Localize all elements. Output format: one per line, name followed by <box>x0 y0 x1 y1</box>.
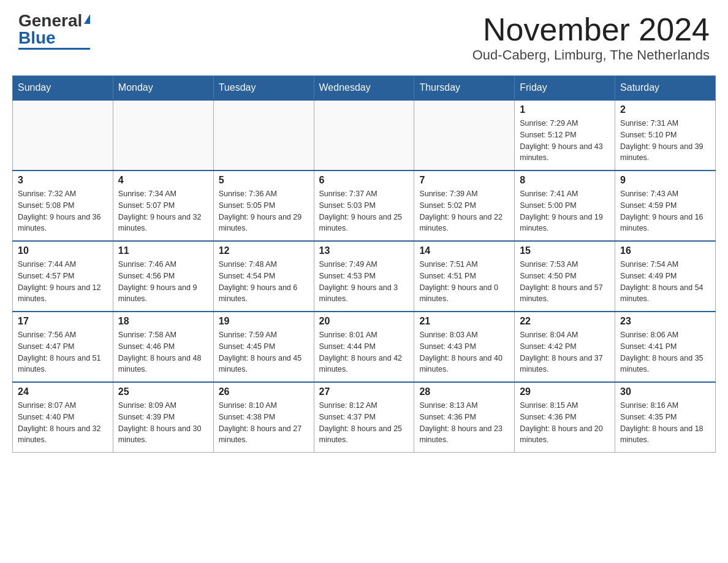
calendar-cell: 1Sunrise: 7:29 AMSunset: 5:12 PMDaylight… <box>515 100 615 170</box>
calendar-cell: 3Sunrise: 7:32 AMSunset: 5:08 PMDaylight… <box>13 170 113 241</box>
logo-general-text: General <box>18 12 82 29</box>
day-number: 20 <box>319 316 409 327</box>
calendar-cell <box>113 100 213 170</box>
day-info: Sunrise: 7:58 AMSunset: 4:46 PMDaylight:… <box>118 329 208 375</box>
logo-underline <box>18 48 90 50</box>
month-title: November 2024 <box>472 12 710 47</box>
calendar-cell: 26Sunrise: 8:10 AMSunset: 4:38 PMDayligh… <box>213 382 314 453</box>
day-info: Sunrise: 8:07 AMSunset: 4:40 PMDaylight:… <box>18 400 108 446</box>
calendar-cell: 18Sunrise: 7:58 AMSunset: 4:46 PMDayligh… <box>113 312 213 382</box>
day-number: 2 <box>620 104 710 115</box>
day-number: 21 <box>419 316 509 327</box>
day-info: Sunrise: 8:13 AMSunset: 4:36 PMDaylight:… <box>419 400 509 446</box>
day-info: Sunrise: 7:49 AMSunset: 4:53 PMDaylight:… <box>319 259 409 305</box>
day-info: Sunrise: 7:53 AMSunset: 4:50 PMDaylight:… <box>520 259 610 305</box>
day-number: 27 <box>319 386 409 397</box>
day-number: 9 <box>620 175 710 186</box>
weekday-header-saturday: Saturday <box>615 76 716 101</box>
day-info: Sunrise: 8:12 AMSunset: 4:37 PMDaylight:… <box>319 400 409 446</box>
logo-blue-text: Blue <box>18 29 56 47</box>
day-number: 1 <box>520 104 610 115</box>
calendar-cell: 19Sunrise: 7:59 AMSunset: 4:45 PMDayligh… <box>213 312 314 382</box>
calendar-table: SundayMondayTuesdayWednesdayThursdayFrid… <box>12 75 716 453</box>
weekday-header-wednesday: Wednesday <box>314 76 414 101</box>
day-number: 4 <box>118 175 208 186</box>
weekday-header-tuesday: Tuesday <box>213 76 314 101</box>
page-header: General Blue November 2024 Oud-Caberg, L… <box>0 0 728 69</box>
calendar-cell <box>13 100 113 170</box>
logo-triangle-icon <box>84 14 90 24</box>
day-info: Sunrise: 7:59 AMSunset: 4:45 PMDaylight:… <box>219 329 309 375</box>
weekday-header-sunday: Sunday <box>13 76 113 101</box>
day-number: 29 <box>520 386 610 397</box>
day-info: Sunrise: 7:51 AMSunset: 4:51 PMDaylight:… <box>419 259 509 305</box>
day-info: Sunrise: 7:31 AMSunset: 5:10 PMDaylight:… <box>620 118 710 164</box>
day-number: 10 <box>18 245 108 256</box>
day-number: 7 <box>419 175 509 186</box>
day-info: Sunrise: 7:29 AMSunset: 5:12 PMDaylight:… <box>520 118 610 164</box>
calendar-cell: 9Sunrise: 7:43 AMSunset: 4:59 PMDaylight… <box>615 170 716 241</box>
day-info: Sunrise: 8:01 AMSunset: 4:44 PMDaylight:… <box>319 329 409 375</box>
day-number: 28 <box>419 386 509 397</box>
calendar-cell: 30Sunrise: 8:16 AMSunset: 4:35 PMDayligh… <box>615 382 716 453</box>
day-info: Sunrise: 7:56 AMSunset: 4:47 PMDaylight:… <box>18 329 108 375</box>
day-info: Sunrise: 7:48 AMSunset: 4:54 PMDaylight:… <box>219 259 309 305</box>
day-number: 15 <box>520 245 610 256</box>
day-info: Sunrise: 7:34 AMSunset: 5:07 PMDaylight:… <box>118 188 208 234</box>
calendar-cell: 7Sunrise: 7:39 AMSunset: 5:02 PMDaylight… <box>414 170 515 241</box>
calendar-cell: 22Sunrise: 8:04 AMSunset: 4:42 PMDayligh… <box>515 312 615 382</box>
day-number: 5 <box>219 175 309 186</box>
day-info: Sunrise: 7:43 AMSunset: 4:59 PMDaylight:… <box>620 188 710 234</box>
day-number: 11 <box>118 245 208 256</box>
day-number: 8 <box>520 175 610 186</box>
calendar-cell: 16Sunrise: 7:54 AMSunset: 4:49 PMDayligh… <box>615 241 716 312</box>
calendar-cell: 23Sunrise: 8:06 AMSunset: 4:41 PMDayligh… <box>615 312 716 382</box>
logo: General Blue <box>18 12 90 50</box>
day-number: 30 <box>620 386 710 397</box>
calendar-cell: 2Sunrise: 7:31 AMSunset: 5:10 PMDaylight… <box>615 100 716 170</box>
calendar-cell: 27Sunrise: 8:12 AMSunset: 4:37 PMDayligh… <box>314 382 414 453</box>
day-number: 19 <box>219 316 309 327</box>
calendar-cell: 4Sunrise: 7:34 AMSunset: 5:07 PMDaylight… <box>113 170 213 241</box>
weekday-header-monday: Monday <box>113 76 213 101</box>
day-number: 23 <box>620 316 710 327</box>
day-number: 16 <box>620 245 710 256</box>
location-subtitle: Oud-Caberg, Limburg, The Netherlands <box>472 47 710 63</box>
calendar-cell: 6Sunrise: 7:37 AMSunset: 5:03 PMDaylight… <box>314 170 414 241</box>
calendar-header: SundayMondayTuesdayWednesdayThursdayFrid… <box>13 76 716 101</box>
calendar-cell: 14Sunrise: 7:51 AMSunset: 4:51 PMDayligh… <box>414 241 515 312</box>
day-info: Sunrise: 7:32 AMSunset: 5:08 PMDaylight:… <box>18 188 108 234</box>
calendar-cell: 20Sunrise: 8:01 AMSunset: 4:44 PMDayligh… <box>314 312 414 382</box>
calendar-cell: 24Sunrise: 8:07 AMSunset: 4:40 PMDayligh… <box>13 382 113 453</box>
calendar-cell: 28Sunrise: 8:13 AMSunset: 4:36 PMDayligh… <box>414 382 515 453</box>
day-info: Sunrise: 7:44 AMSunset: 4:57 PMDaylight:… <box>18 259 108 305</box>
day-number: 26 <box>219 386 309 397</box>
day-number: 3 <box>18 175 108 186</box>
day-info: Sunrise: 7:37 AMSunset: 5:03 PMDaylight:… <box>319 188 409 234</box>
calendar-cell <box>213 100 314 170</box>
day-info: Sunrise: 7:39 AMSunset: 5:02 PMDaylight:… <box>419 188 509 234</box>
day-number: 18 <box>118 316 208 327</box>
calendar-cell: 13Sunrise: 7:49 AMSunset: 4:53 PMDayligh… <box>314 241 414 312</box>
calendar-cell: 8Sunrise: 7:41 AMSunset: 5:00 PMDaylight… <box>515 170 615 241</box>
week-row-2: 3Sunrise: 7:32 AMSunset: 5:08 PMDaylight… <box>13 170 716 241</box>
calendar-body: 1Sunrise: 7:29 AMSunset: 5:12 PMDaylight… <box>13 100 716 453</box>
calendar-cell: 29Sunrise: 8:15 AMSunset: 4:36 PMDayligh… <box>515 382 615 453</box>
day-info: Sunrise: 8:04 AMSunset: 4:42 PMDaylight:… <box>520 329 610 375</box>
week-row-5: 24Sunrise: 8:07 AMSunset: 4:40 PMDayligh… <box>13 382 716 453</box>
day-info: Sunrise: 7:36 AMSunset: 5:05 PMDaylight:… <box>219 188 309 234</box>
day-number: 13 <box>319 245 409 256</box>
calendar-cell: 10Sunrise: 7:44 AMSunset: 4:57 PMDayligh… <box>13 241 113 312</box>
day-number: 12 <box>219 245 309 256</box>
week-row-4: 17Sunrise: 7:56 AMSunset: 4:47 PMDayligh… <box>13 312 716 382</box>
day-info: Sunrise: 8:16 AMSunset: 4:35 PMDaylight:… <box>620 400 710 446</box>
calendar-cell: 5Sunrise: 7:36 AMSunset: 5:05 PMDaylight… <box>213 170 314 241</box>
calendar-cell <box>314 100 414 170</box>
calendar-cell: 21Sunrise: 8:03 AMSunset: 4:43 PMDayligh… <box>414 312 515 382</box>
day-number: 14 <box>419 245 509 256</box>
calendar-cell: 12Sunrise: 7:48 AMSunset: 4:54 PMDayligh… <box>213 241 314 312</box>
day-info: Sunrise: 8:15 AMSunset: 4:36 PMDaylight:… <box>520 400 610 446</box>
title-block: November 2024 Oud-Caberg, Limburg, The N… <box>472 12 710 63</box>
day-info: Sunrise: 8:10 AMSunset: 4:38 PMDaylight:… <box>219 400 309 446</box>
day-number: 25 <box>118 386 208 397</box>
